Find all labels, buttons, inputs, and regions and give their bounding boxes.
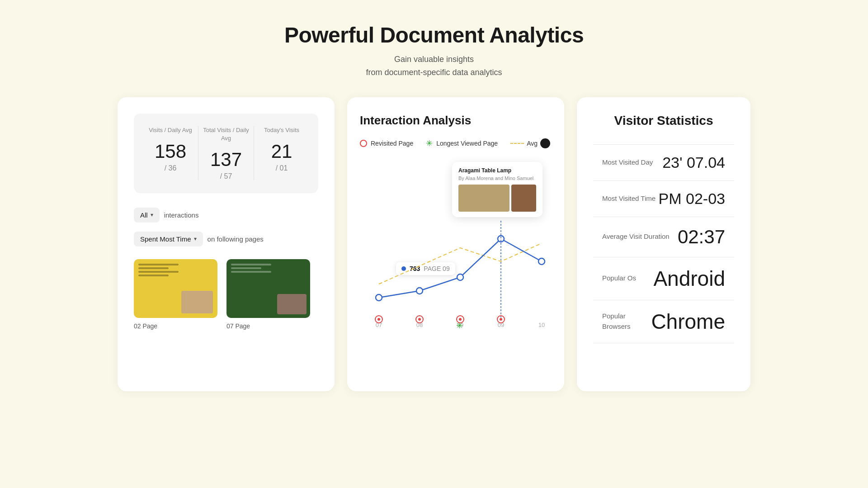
svg-point-14 [418, 318, 421, 321]
filter-interactions-label: interactions [164, 211, 199, 219]
header: Powerful Document Analytics Gain valuabl… [284, 0, 584, 97]
middle-card: Interaction Analysis Revisited Page ✳ Lo… [347, 97, 564, 391]
thumb-image-1 [134, 259, 217, 318]
visitor-stat-value-2: 02:37 [678, 226, 725, 248]
stat-value-today: 21 [259, 141, 305, 162]
right-card: Visitor Statistics Most Visited Day23' 0… [577, 97, 750, 391]
visitor-stat-label-0: Most Visited Day [602, 157, 653, 168]
avg-dot-icon [540, 138, 550, 148]
legend-avg-label: Avg [527, 140, 538, 147]
legend-longest-label: Longest Viewed Page [436, 140, 498, 147]
page-label-2: 07 Page [226, 322, 310, 330]
stat-col-total: Total Visits / Daily Avg 137 / 57 [198, 126, 254, 180]
popup-image-left [458, 185, 509, 212]
page-wrapper: Powerful Document Analytics Gain valuabl… [0, 0, 868, 488]
visitor-stat-row-4: Popular BrowsersChrome [593, 300, 734, 343]
thumb-photo-decoration [181, 291, 213, 313]
legend-avg: Avg [510, 138, 550, 148]
avg-dash-icon [510, 143, 524, 144]
filter-row-1: All ▾ interactions [134, 208, 318, 223]
legend-revisit: Revisited Page [360, 140, 413, 147]
popup-image-right [511, 185, 536, 212]
visitor-title: Visitor Statistics [593, 114, 734, 128]
stat-value-total: 137 [203, 149, 249, 171]
svg-text:✳: ✳ [456, 321, 463, 329]
svg-point-2 [457, 274, 463, 280]
page-title: Powerful Document Analytics [284, 23, 584, 47]
visitor-stat-row-3: Popular OsAndroid [593, 257, 734, 300]
visitor-stat-label-4: Popular Browsers [602, 311, 651, 332]
filter-all-dropdown[interactable]: All ▾ [134, 208, 160, 223]
stat-label-today: Today's Visits [259, 126, 305, 134]
popup-sub: By Alaa Morena and Mino Samuel [458, 175, 536, 181]
stat-value-visits: 158 [147, 141, 193, 162]
legend-revisit-label: Revisited Page [371, 140, 413, 147]
svg-point-4 [538, 258, 545, 265]
chevron-down-icon: ▾ [151, 212, 153, 218]
thumb-yellow-bg [134, 259, 217, 318]
svg-point-0 [376, 294, 382, 301]
filter-pages-label: on following pages [208, 235, 264, 243]
page-thumb-1[interactable]: 02 Page [134, 259, 217, 330]
visitor-stat-value-1: PM 02-03 [659, 190, 725, 208]
pages-row: 02 Page 07 Page [134, 259, 318, 330]
thumb-green-bg [226, 259, 310, 318]
stat-col-today: Today's Visits 21 / 01 [254, 126, 309, 180]
visitor-stat-label-3: Popular Os [602, 273, 636, 284]
interaction-title: Interaction Analysis [360, 114, 552, 128]
thumb-image-2 [226, 259, 310, 318]
page-label-1: 02 Page [134, 322, 217, 330]
stat-col-visits: Visits / Daily Avg 158 / 36 [143, 126, 198, 180]
svg-point-1 [416, 288, 423, 294]
doc-decoration [138, 264, 189, 278]
stat-label-visits: Visits / Daily Avg [147, 126, 193, 134]
svg-text:10: 10 [538, 322, 545, 328]
visitor-stat-label-2: Average Visit Duration [602, 232, 670, 242]
visitor-stat-row-0: Most Visited Day23' 07.04 [593, 144, 734, 181]
visitor-stat-row-1: Most Visited TimePM 02-03 [593, 181, 734, 217]
revisit-icon [360, 140, 367, 147]
svg-point-16 [459, 318, 462, 321]
stat-sub-today: / 01 [259, 164, 305, 172]
svg-point-18 [500, 318, 502, 321]
chart-area: Aragami Table Lamp By Alaa Morena and Mi… [360, 157, 552, 329]
popup-title: Aragami Table Lamp [458, 167, 536, 174]
chart-popup: Aragami Table Lamp By Alaa Morena and Mi… [452, 162, 542, 217]
visitor-stat-value-0: 23' 07.04 [662, 154, 725, 171]
visitor-stat-value-4: Chrome [651, 309, 725, 334]
visitor-stat-value-3: Android [653, 266, 725, 291]
doc-decoration-2 [231, 264, 281, 275]
visitor-stat-label-1: Most Visited Time [602, 194, 656, 204]
popup-images [458, 185, 536, 212]
stat-label-total: Total Visits / Daily Avg [203, 126, 249, 142]
header-subtitle: Gain valuable insights from document-spe… [284, 53, 584, 79]
svg-point-12 [377, 318, 380, 321]
visitor-stats-list: Most Visited Day23' 07.04Most Visited Ti… [593, 144, 734, 343]
filter-spent-dropdown[interactable]: Spent Most Time ▾ [134, 232, 203, 246]
chart-legend: Revisited Page ✳ Longest Viewed Page Avg [360, 138, 552, 148]
longest-icon: ✳ [426, 138, 433, 148]
left-card: Visits / Daily Avg 158 / 36 Total Visits… [118, 97, 335, 391]
chevron-down-icon-2: ▾ [194, 236, 197, 242]
stats-box: Visits / Daily Avg 158 / 36 Total Visits… [134, 114, 318, 193]
visitor-stat-row-2: Average Visit Duration02:37 [593, 217, 734, 257]
stat-sub-total: / 57 [203, 172, 249, 180]
cards-row: Visits / Daily Avg 158 / 36 Total Visits… [108, 97, 760, 391]
thumb-photo-green-decoration [277, 294, 307, 314]
legend-longest: ✳ Longest Viewed Page [426, 138, 498, 148]
page-thumb-2[interactable]: 07 Page [226, 259, 310, 330]
filter-row-2: Spent Most Time ▾ on following pages [134, 232, 318, 246]
stat-sub-visits: / 36 [147, 164, 193, 172]
